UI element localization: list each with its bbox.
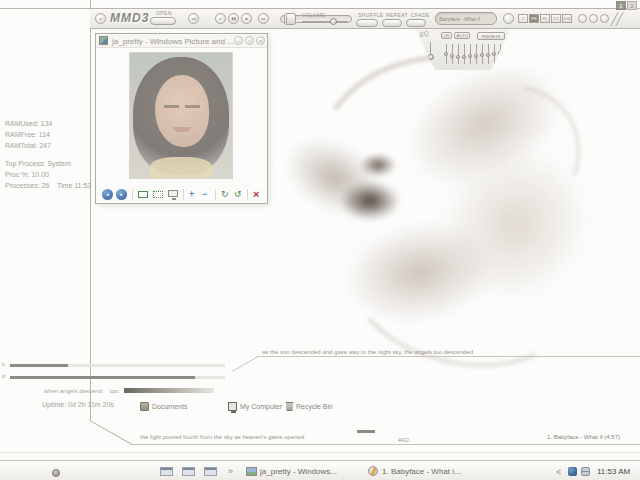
mode-label: FS [531, 16, 536, 21]
eq-band-track[interactable] [458, 44, 459, 64]
open-button[interactable] [150, 17, 176, 25]
next-button[interactable]: ▸▸ [258, 13, 269, 24]
task-button-viewer[interactable]: ja_pretty - Windows... [260, 467, 337, 476]
seek-handle[interactable] [284, 13, 296, 25]
wallpaper-petal [337, 198, 586, 385]
play-button[interactable]: ▸ [215, 13, 226, 24]
player-shade-button[interactable] [578, 14, 587, 23]
horizontal-line-bottom [131, 444, 640, 445]
task-icon-winamp [368, 466, 378, 476]
next-image-button[interactable]: ▸ [116, 189, 127, 200]
viewer-minimize-button[interactable]: – [234, 36, 243, 45]
eq-band-knob[interactable] [444, 52, 448, 56]
viewer-close-button[interactable]: × [256, 36, 265, 45]
stop-icon: ■ [245, 16, 247, 21]
shortcut-my-computer[interactable]: My Computer [240, 403, 282, 410]
delete-icon: × [253, 188, 259, 200]
best-fit-button[interactable] [138, 191, 148, 198]
stop-button[interactable]: ■ [241, 13, 252, 24]
cpu-bar [124, 388, 214, 393]
repeat-button[interactable] [382, 19, 402, 27]
player-menu-button[interactable] [503, 13, 514, 24]
start-button[interactable] [52, 469, 60, 477]
eq-band-knob[interactable] [486, 53, 490, 57]
eq-preamp-track[interactable] [430, 42, 431, 64]
eq-on-button[interactable]: ON [441, 32, 452, 39]
mode-button-t[interactable]: T [518, 14, 528, 23]
taskbar-clock[interactable]: 11:53 AM [597, 467, 630, 476]
actual-size-button[interactable] [153, 191, 163, 198]
top-left-line [0, 8, 90, 9]
prev-button[interactable]: ◂◂ [188, 13, 199, 24]
eject-icon: ▴ [99, 16, 101, 21]
eq-band-knob[interactable] [468, 54, 472, 58]
mode-button-pl[interactable]: PL [540, 14, 550, 23]
eq-band-knob[interactable] [498, 51, 502, 55]
shortcut-documents[interactable]: Documents [152, 403, 187, 410]
recycle-bin-icon[interactable] [285, 402, 294, 411]
mode-button-fs[interactable]: FS [529, 14, 539, 23]
eq-band-knob[interactable] [492, 52, 496, 56]
quick-launch-icon[interactable] [204, 467, 217, 476]
shuffle-button[interactable] [356, 19, 378, 27]
eq-band-knob[interactable] [480, 53, 484, 57]
my-computer-icon[interactable] [228, 402, 237, 411]
repeat-label: REPEAT [386, 12, 408, 18]
uptime-text: Uptime: 0d 2h 11m 20s [42, 401, 114, 408]
tray-icon-messenger[interactable] [568, 467, 577, 476]
stat-ram-free: RAMFree: 114 [5, 129, 91, 140]
quick-launch-overflow-chevron[interactable]: » [228, 466, 233, 476]
previous-image-icon: ◂ [106, 191, 109, 197]
eq-band-knob[interactable] [474, 54, 478, 58]
viewed-photo [129, 52, 233, 179]
previous-image-button[interactable]: ◂ [102, 189, 113, 200]
mode-button-ct[interactable]: CT [551, 14, 561, 23]
desktop-pager-2[interactable]: 2 [627, 1, 637, 10]
eq-preamp-knob[interactable] [428, 54, 434, 60]
eq-band-track[interactable] [464, 44, 465, 64]
volume-handle[interactable] [330, 18, 337, 25]
wallpaper-petal [364, 52, 609, 282]
slideshow-button[interactable] [168, 190, 178, 197]
cfade-button[interactable] [406, 19, 426, 27]
zoom-out-button[interactable]: − [202, 189, 207, 200]
tray-collapse-chevron[interactable]: < [556, 467, 561, 477]
eq-band-knob[interactable] [450, 54, 454, 58]
mode-label: T [522, 16, 524, 21]
desktop-pager-1[interactable]: 1 [616, 1, 626, 10]
player-close-button[interactable] [600, 14, 609, 23]
quick-launch-icon[interactable] [182, 467, 195, 476]
stat-ram-used: RAMUsed: 134 [5, 118, 91, 129]
rotate-counterclockwise-button[interactable]: ↺ [234, 189, 242, 200]
viewer-titlebar[interactable]: ja_pretty - Windows Picture and ... – ▫ … [96, 34, 267, 48]
eq-band-knob[interactable] [462, 55, 466, 59]
player-minimize-button[interactable] [589, 14, 598, 23]
drive-c-label: c: [2, 361, 6, 367]
task-button-winamp[interactable]: 1. Babyface - What i... [382, 467, 461, 476]
viewer-maximize-button[interactable]: ▫ [245, 36, 254, 45]
lyric-top-text: as the sun descended and gave way to the… [262, 349, 473, 355]
documents-icon[interactable] [140, 402, 149, 411]
stat-processes: Processes: 26 Time 11:53 [5, 180, 91, 191]
pause-button[interactable]: ▮▮ [228, 13, 239, 24]
eq-band-knob[interactable] [456, 55, 460, 59]
player-eject-button[interactable]: ▴ [95, 13, 106, 24]
lyric-top-line [258, 356, 640, 357]
quick-launch-icon[interactable] [160, 467, 173, 476]
delete-button[interactable]: × [253, 189, 259, 200]
wallpaper-flower [260, 40, 640, 380]
eq-presets-button[interactable]: PRESETS [477, 32, 505, 40]
rotate-clockwise-button[interactable]: ↻ [221, 189, 229, 200]
volume-slider[interactable] [302, 21, 348, 23]
mode-button-dis[interactable]: DIS [562, 14, 572, 23]
eq-auto-button[interactable]: AUTO [454, 32, 470, 39]
toolbar-separator [183, 189, 184, 200]
wallpaper-petal [304, 33, 532, 223]
eq-auto-label: AUTO [456, 33, 467, 38]
rotate-ccw-icon: ↺ [234, 189, 242, 199]
wallpaper-petal [330, 175, 410, 227]
eq-band-track[interactable] [500, 44, 501, 64]
zoom-in-button[interactable]: + [189, 189, 194, 200]
tray-icon-network[interactable] [581, 467, 590, 476]
shortcut-recycle-bin[interactable]: Recycle Bin [296, 403, 333, 410]
